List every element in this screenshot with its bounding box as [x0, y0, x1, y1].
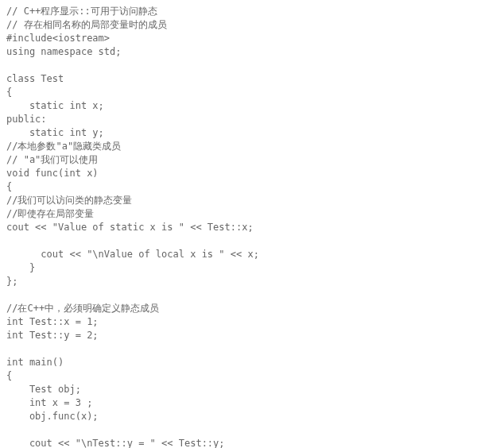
code-content: // C++程序显示::可用于访问静态 // 存在相同名称的局部变量时的成员 #…	[6, 6, 259, 448]
code-block: // C++程序显示::可用于访问静态 // 存在相同名称的局部变量时的成员 #…	[6, 5, 471, 448]
